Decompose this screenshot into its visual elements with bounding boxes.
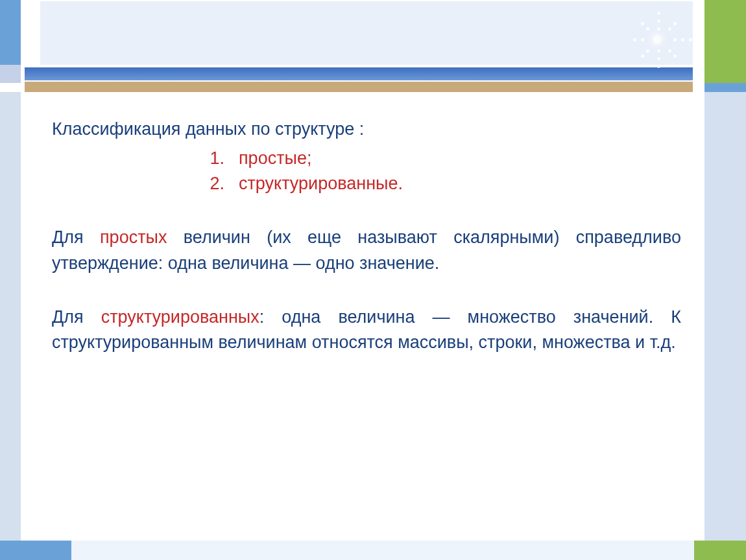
slide-content: Классификация данных по структуре : 1.пр… [52, 117, 681, 384]
decor-rect [0, 92, 21, 560]
decor-rect [0, 541, 71, 560]
decor-rect [0, 83, 21, 92]
classification-list: 1.простые; 2.структурированные. [52, 146, 681, 196]
list-number: 2. [202, 171, 224, 196]
keyword-structured: структурированных [101, 307, 259, 327]
decor-rect [25, 67, 693, 80]
heading-text: Классификация данных по структуре : [52, 117, 681, 142]
decor-rect [40, 1, 693, 65]
list-item: 2.структурированные. [52, 171, 681, 196]
list-item: 1.простые; [52, 146, 681, 171]
decor-rect [704, 92, 746, 560]
decor-rect [704, 83, 746, 92]
decor-rect [704, 0, 746, 83]
decor-rect [71, 541, 694, 560]
paragraph: Для простых величин (их еще называют ска… [52, 225, 681, 275]
paragraph: Для структурированных: одна величина — м… [52, 305, 681, 355]
keyword-simple: простых [100, 228, 167, 247]
list-number: 1. [202, 146, 224, 171]
list-text: простые; [239, 148, 311, 168]
decor-rect [0, 0, 21, 65]
list-text: структурированные. [239, 174, 403, 193]
decor-rect [0, 65, 21, 83]
decor-rect [25, 82, 693, 92]
decor-rect [694, 541, 746, 560]
